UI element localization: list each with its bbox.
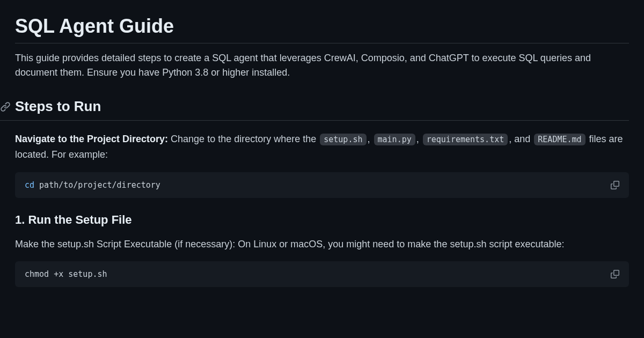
steps-to-run-heading: Steps to Run <box>15 98 101 115</box>
code-block-chmod: chmod +x setup.sh <box>15 261 629 287</box>
code-block-cd: cd path/to/project/directory <box>15 172 629 198</box>
setup-paragraph: Make the setup.sh Script Executable (if … <box>15 237 629 252</box>
sep2: , <box>416 134 422 144</box>
navigate-bold: Navigate to the Project Directory: <box>15 134 168 144</box>
code-cmd: cd <box>25 180 34 190</box>
run-setup-heading: 1. Run the Setup File <box>15 213 629 227</box>
sep1: , <box>368 134 373 144</box>
file-setup-sh: setup.sh <box>320 134 366 145</box>
file-readme-md: README.md <box>534 134 585 145</box>
sep3: , and <box>509 134 533 144</box>
code-content: chmod +x setup.sh <box>25 269 107 279</box>
page-title: SQL Agent Guide <box>15 15 629 43</box>
file-main-py: main.py <box>374 134 415 145</box>
copy-icon[interactable] <box>611 270 619 278</box>
file-requirements-txt: requirements.txt <box>423 134 508 145</box>
navigate-paragraph: Navigate to the Project Directory: Chang… <box>15 131 629 163</box>
navigate-text1: Change to the directory where the <box>168 134 319 144</box>
link-icon[interactable] <box>0 101 11 112</box>
code-text: chmod +x setup.sh <box>25 269 107 279</box>
section-heading-row: Steps to Run <box>0 98 629 121</box>
copy-icon[interactable] <box>611 181 619 189</box>
code-content: cd path/to/project/directory <box>25 180 160 190</box>
intro-paragraph: This guide provides detailed steps to cr… <box>15 51 629 80</box>
code-arg: path/to/project/directory <box>34 180 160 190</box>
